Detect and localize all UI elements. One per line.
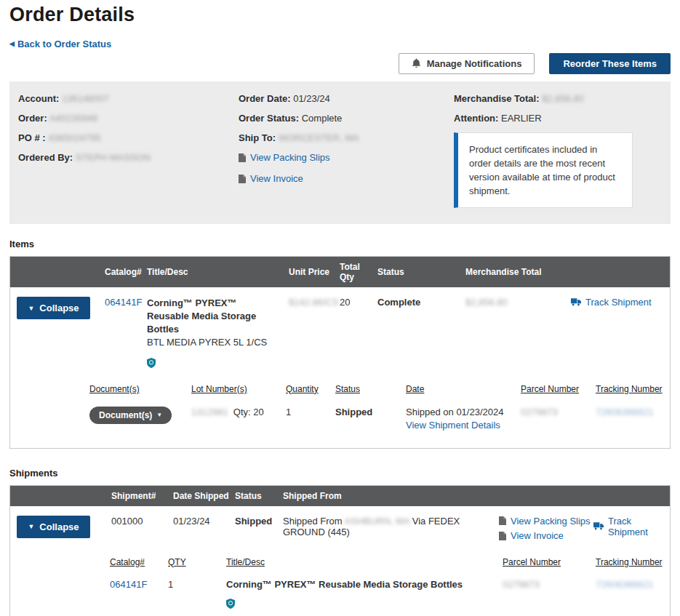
back-to-order-status-link[interactable]: ◀ Back to Order Status	[9, 39, 111, 49]
col-documents: Document(s)	[89, 384, 191, 394]
shipments-table-header: Shipment# Date Shipped Status Shipped Fr…	[10, 486, 670, 506]
ship-to-value: WORCESTER, MA	[279, 132, 359, 143]
truck-icon	[571, 298, 581, 306]
document-icon	[499, 516, 506, 525]
track-shipment-label: Track Shipment	[585, 297, 652, 308]
col-status: Status	[377, 267, 465, 277]
col-date-shipped: Date Shipped	[173, 491, 235, 501]
shipments-section-title: Shipments	[9, 468, 671, 479]
back-arrow-icon: ◀	[9, 40, 15, 47]
item-subtitle: BTL MEDIA PYREX 5L 1/CS	[147, 336, 289, 349]
order-date-value: 01/23/24	[293, 93, 330, 104]
col-lot-numbers: Lot Number(s)	[191, 384, 286, 394]
item-unit-price: $142.86/CS	[289, 297, 339, 308]
manage-notifications-label: Manage Notifications	[427, 58, 522, 69]
shipment-detail-row: 064141F 1 Corning™ PYREX™ Reusable Media…	[110, 579, 670, 616]
col-parcel-number: Parcel Number	[503, 557, 596, 567]
bell-icon	[412, 58, 421, 68]
shipment-view-invoice-link[interactable]: View Invoice	[499, 530, 564, 541]
merchandise-total-label: Merchandise Total:	[454, 93, 540, 104]
shipments-collapse-button[interactable]: ▼ Collapse	[17, 516, 90, 538]
merchandise-total-value: $2,856.80	[542, 93, 584, 104]
shipment-track-shipment-link[interactable]: Track Shipment	[593, 516, 670, 537]
shipment-parcel-number: 0279873	[503, 579, 540, 590]
collapse-label: Collapse	[39, 303, 79, 313]
po-value: 4365024795	[48, 132, 100, 143]
col-tracking-number: Tracking Number	[596, 384, 670, 394]
item-merch-total: $2,856.80	[465, 297, 508, 308]
certificate-notice: Product certificates included in order d…	[454, 132, 633, 209]
po-label: PO # :	[18, 132, 46, 143]
document-icon	[239, 153, 246, 162]
order-label: Order:	[18, 113, 47, 124]
dropdown-caret-icon: ▼	[156, 412, 162, 418]
truck-icon	[593, 522, 604, 530]
items-collapse-button[interactable]: ▼ Collapse	[17, 297, 90, 319]
header-actions: Manage Notifications Reorder These Items	[9, 53, 671, 74]
back-link-label: Back to Order Status	[17, 39, 111, 49]
track-shipment-link[interactable]: Track Shipment	[571, 297, 652, 308]
parcel-number: 0279873	[521, 407, 558, 417]
item-title: Corning™ PYREX™ Reusable Media Storage B…	[147, 297, 289, 335]
account-label: Account:	[18, 93, 59, 104]
col-quantity: Quantity	[286, 384, 335, 394]
item-detail-headers: Document(s) Lot Number(s) Quantity Statu…	[89, 384, 670, 394]
shipped-from-location: ASHBURN, MA	[345, 516, 410, 527]
shipment-item-title: Corning™ PYREX™ Reusable Media Storage B…	[226, 579, 503, 590]
collapse-caret-icon: ▼	[28, 305, 34, 312]
view-invoice-link[interactable]: View Invoice	[239, 173, 303, 185]
summary-column-left: Account: 136148007 Order: A40235948 PO #…	[18, 93, 239, 209]
order-date-label: Order Date:	[239, 93, 291, 104]
shipment-detail-headers: Catalog# QTY Title/Desc Parcel Number Tr…	[110, 557, 670, 567]
lot-qty: Qty: 20	[233, 407, 264, 417]
col-qty: QTY	[168, 557, 226, 567]
tracking-number-link[interactable]: 72606366821	[596, 407, 654, 417]
document-icon	[239, 175, 246, 183]
col-title-desc: Title/Desc	[147, 267, 289, 277]
item-total-qty: 20	[340, 297, 377, 367]
order-status-label: Order Status:	[239, 113, 299, 124]
shipment-tracking-number-link[interactable]: 72606366821	[596, 579, 654, 590]
page-title: Order Details	[9, 0, 671, 26]
manage-notifications-button[interactable]: Manage Notifications	[399, 53, 535, 74]
shipment-track-shipment-label: Track Shipment	[608, 516, 670, 537]
view-packing-slips-link[interactable]: View Packing Slips	[239, 152, 330, 164]
ordered-by-value: STEPH MASSON	[76, 152, 151, 163]
shipment-detail: Catalog# QTY Title/Desc Parcel Number Tr…	[10, 557, 670, 616]
order-value: A40235948	[49, 113, 98, 124]
view-invoice-label: View Invoice	[250, 173, 303, 185]
shipment-row: ▼ Collapse 001000 01/23/24 Shipped Shipp…	[10, 506, 670, 545]
shipped-from: Shipped From ASHBURN, MA Via FEDEX GROUN…	[283, 516, 499, 545]
shipment-catalog-link[interactable]: 064141F	[110, 579, 147, 590]
col-shipped-from: Shipped From	[283, 491, 499, 501]
shipment-view-packing-slips-label: View Packing Slips	[511, 516, 591, 527]
items-section-title: Items	[9, 239, 671, 249]
shipment-number: 001000	[111, 516, 173, 545]
col-tracking-number: Tracking Number	[596, 557, 670, 567]
collapse-label: Collapse	[39, 521, 79, 532]
col-parcel-number: Parcel Number	[521, 384, 596, 394]
col-unit-price: Unit Price	[289, 267, 340, 277]
view-shipment-details-link[interactable]: View Shipment Details	[406, 420, 500, 431]
reorder-these-items-button[interactable]: Reorder These Items	[549, 53, 671, 74]
col-shipment-number: Shipment#	[111, 491, 173, 501]
col-date: Date	[406, 384, 521, 394]
detail-status: Shipped	[335, 407, 406, 431]
back-row: ◀ Back to Order Status	[9, 37, 671, 49]
col-title-desc: Title/Desc	[226, 557, 503, 567]
shipments-table: Shipment# Date Shipped Status Shipped Fr…	[9, 485, 671, 616]
attention-label: Attention:	[454, 113, 498, 124]
shipment-view-packing-slips-link[interactable]: View Packing Slips	[499, 516, 591, 527]
lot-number: 1312981	[191, 407, 228, 417]
documents-dropdown-button[interactable]: Document(s) ▼	[89, 407, 172, 424]
items-table-header: Catalog# Title/Desc Unit Price Total Qty…	[10, 257, 670, 287]
item-detail: Document(s) Lot Number(s) Quantity Statu…	[10, 384, 670, 431]
certificate-shield-icon[interactable]	[147, 358, 289, 368]
document-icon	[499, 532, 506, 540]
col-total-qty: Total Qty	[340, 262, 364, 283]
collapse-caret-icon: ▼	[28, 523, 34, 530]
item-catalog-link[interactable]: 064141F	[105, 297, 142, 308]
detail-quantity: 1	[286, 407, 335, 431]
certificate-shield-icon[interactable]	[226, 599, 503, 609]
shipped-date: Shipped on 01/23/2024	[406, 407, 521, 417]
